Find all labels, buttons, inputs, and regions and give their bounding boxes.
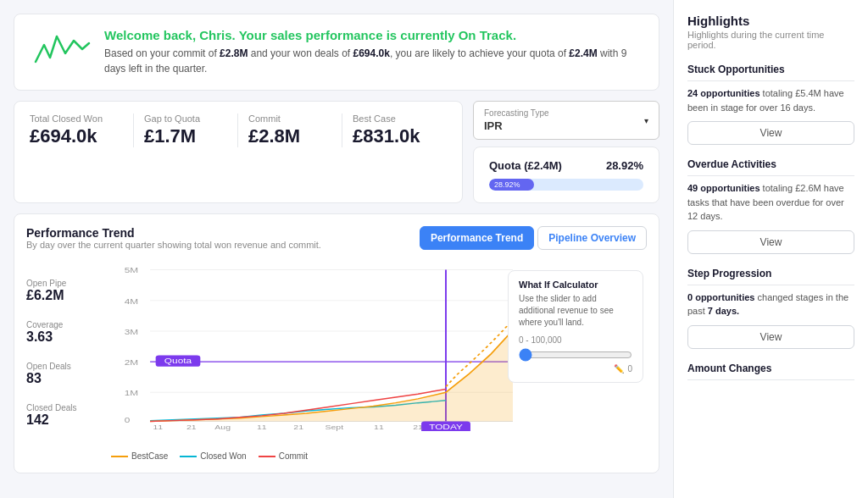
perf-tabs: Performance Trend Pipeline Overview — [420, 226, 647, 250]
metric-total-closed-won: Total Closed Won £694.0k — [30, 113, 134, 147]
pencil-icon: ✏️ — [614, 364, 624, 374]
tab-pipeline-overview[interactable]: Pipeline Overview — [537, 226, 647, 250]
closedwon-legend-line — [180, 456, 197, 457]
header-card: Welcome back, Chris. Your sales performa… — [14, 14, 659, 91]
svg-text:5M: 5M — [125, 267, 138, 274]
what-if-description: Use the slider to add additional revenue… — [519, 293, 632, 329]
highlight-stuck-opportunities: Stuck Opportunities 24 opportunities tot… — [687, 64, 854, 145]
quota-bar-fill: 28.92% — [489, 179, 534, 191]
stat-closed-deals: Closed Deals 142 — [26, 403, 111, 428]
view-step-progression-button[interactable]: View — [687, 325, 854, 349]
what-if-calculator: What If Calculator Use the slider to add… — [508, 270, 643, 383]
forecasting-block: Forecasting Type IPR ▾ Quota (£2.4M) 28.… — [473, 101, 659, 203]
svg-text:1M: 1M — [125, 390, 138, 397]
forecasting-dropdown[interactable]: Forecasting Type IPR ▾ — [473, 101, 659, 140]
logo-icon — [31, 28, 91, 70]
perf-stats: Open Pipe £6.2M Coverage 3.63 Open Deals… — [26, 262, 111, 448]
quota-progress-bar: 28.92% — [489, 179, 643, 191]
svg-text:21: 21 — [293, 423, 303, 430]
highlight-overdue-activities: Overdue Activities 49 opportunities tota… — [687, 158, 854, 254]
legend-bestcase: BestCase — [111, 451, 168, 461]
what-if-range: 0 - 100,000 — [519, 335, 632, 345]
performance-subtitle: By day over the current quarter showing … — [26, 240, 321, 250]
chevron-down-icon: ▾ — [644, 116, 648, 125]
perf-header: Performance Trend By day over the curren… — [26, 226, 647, 258]
chart-area: 5M 4M 3M 2M 1M 0 Quota — [111, 262, 647, 448]
sidebar-title: Highlights — [687, 14, 854, 28]
svg-text:4M: 4M — [125, 297, 138, 305]
legend-commit: Commit — [259, 451, 308, 461]
svg-text:11: 11 — [257, 423, 267, 430]
header-description: Based on your commit of £2.8M and your w… — [104, 46, 642, 76]
metrics-grid: Total Closed Won £694.0k Gap to Quota £1… — [30, 113, 447, 147]
sidebar: Highlights Highlights during the current… — [673, 0, 868, 498]
header-text: Welcome back, Chris. Your sales performa… — [104, 28, 642, 76]
svg-text:21: 21 — [413, 423, 423, 430]
quota-card: Quota (£2.4M) 28.92% 28.92% — [473, 147, 659, 203]
svg-text:3M: 3M — [125, 328, 138, 335]
sidebar-subtitle: Highlights during the current time perio… — [687, 30, 854, 50]
svg-text:Aug: Aug — [214, 423, 231, 430]
highlight-step-progression: Step Progression 0 opportunities changed… — [687, 268, 854, 349]
metrics-row: Total Closed Won £694.0k Gap to Quota £1… — [14, 101, 659, 203]
svg-marker-18 — [150, 330, 513, 422]
svg-text:2M: 2M — [125, 358, 138, 366]
stat-open-pipe: Open Pipe £6.2M — [26, 279, 111, 303]
stat-coverage: Coverage 3.63 — [26, 320, 111, 345]
performance-title: Performance Trend — [26, 226, 321, 240]
performance-card: Performance Trend By day over the curren… — [14, 213, 659, 473]
view-overdue-activities-button[interactable]: View — [687, 230, 854, 254]
what-if-slider[interactable] — [519, 348, 632, 362]
perf-body: Open Pipe £6.2M Coverage 3.63 Open Deals… — [26, 262, 647, 448]
svg-text:11: 11 — [374, 423, 384, 430]
svg-text:21: 21 — [186, 423, 197, 430]
metric-gap-to-quota: Gap to Quota £1.7M — [134, 113, 238, 147]
view-stuck-opportunities-button[interactable]: View — [687, 121, 854, 145]
what-if-title: What If Calculator — [519, 279, 632, 290]
tab-performance-trend[interactable]: Performance Trend — [420, 226, 534, 250]
metrics-card: Total Closed Won £694.0k Gap to Quota £1… — [14, 101, 463, 203]
legend-closed-won: Closed Won — [180, 451, 246, 461]
metric-best-case: Best Case £831.0k — [342, 113, 447, 147]
svg-text:TODAY: TODAY — [429, 423, 463, 431]
svg-text:Quota: Quota — [164, 357, 192, 365]
commit-legend-line — [259, 456, 275, 457]
welcome-heading: Welcome back, Chris. Your sales performa… — [104, 28, 642, 42]
stat-open-deals: Open Deals 83 — [26, 362, 111, 386]
chart-legend: BestCase Closed Won Commit — [26, 451, 647, 461]
svg-text:11: 11 — [153, 423, 163, 430]
bestcase-legend-line — [111, 456, 128, 457]
metric-commit: Commit £2.8M — [238, 113, 342, 147]
highlight-amount-changes: Amount Changes — [687, 362, 854, 380]
svg-text:0: 0 — [125, 417, 131, 424]
what-if-value: ✏️ 0 — [519, 364, 632, 374]
svg-text:Sept: Sept — [326, 423, 344, 430]
